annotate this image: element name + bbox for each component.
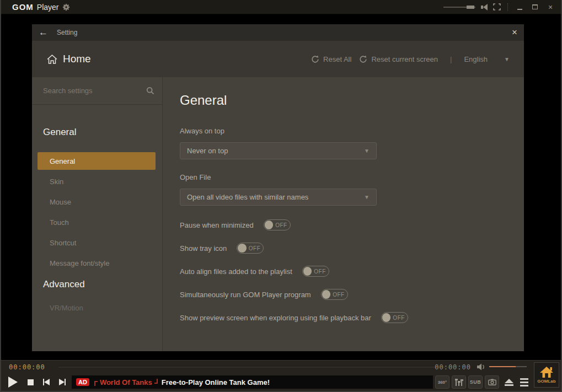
sidebar-item-skin[interactable]: Skin — [32, 171, 162, 192]
back-arrow-icon[interactable]: ← — [39, 27, 48, 38]
pause-when-minimized-row: Pause when minimized OFF — [180, 219, 524, 230]
equalizer-icon — [456, 378, 462, 386]
eject-button[interactable] — [505, 379, 513, 386]
header-divider: | — [450, 55, 452, 63]
360-mode-button[interactable]: 360° — [435, 375, 449, 389]
settings-close-icon[interactable]: × — [512, 27, 517, 38]
elapsed-time: 00:00:00 — [9, 363, 45, 371]
sidebar-item-shortcut[interactable]: Shortcut — [32, 233, 162, 253]
maximize-button[interactable] — [530, 3, 540, 12]
simultaneously-run-toggle[interactable]: OFF — [321, 289, 348, 300]
ad-text: Free-to-Play Online Tank Game! — [162, 378, 270, 386]
reset-icon — [311, 55, 319, 63]
camera-icon — [488, 379, 496, 385]
show-tray-icon-toggle[interactable]: OFF — [237, 243, 264, 254]
gear-icon[interactable] — [62, 3, 70, 11]
ad-badge: AD — [76, 378, 89, 386]
gom-player-window: GOM Player × — [0, 0, 562, 392]
equalizer-button[interactable] — [452, 375, 466, 389]
bracket-close-icon — [154, 379, 158, 384]
play-button[interactable] — [8, 377, 18, 388]
titlebar-slider-handle[interactable] — [467, 6, 474, 9]
video-area: ← Setting × Home — [1, 15, 561, 361]
reset-current-screen-button[interactable]: Reset current screen — [359, 55, 438, 63]
subtitle-button[interactable]: SUB — [468, 375, 483, 389]
search-row — [32, 77, 162, 105]
minimize-button[interactable] — [515, 3, 524, 12]
snapshot-button[interactable] — [485, 375, 499, 389]
sidebar-item-message-font-style[interactable]: Message font/style — [32, 253, 162, 273]
app-titlebar: GOM Player × — [1, 0, 561, 14]
next-button[interactable] — [59, 379, 66, 385]
seek-bar[interactable] — [58, 366, 450, 367]
pause-when-minimized-toggle[interactable]: OFF — [264, 219, 291, 230]
brand-player-text: Player — [37, 3, 59, 12]
sidebar-item-touch[interactable]: Touch — [32, 212, 162, 233]
search-icon[interactable] — [146, 87, 154, 95]
settings-titlebar: ← Setting × — [32, 24, 524, 41]
reset-all-button[interactable]: Reset All — [311, 55, 351, 63]
sidebar-section-advanced: Advanced — [32, 279, 162, 290]
reset-icon — [359, 55, 367, 63]
menu-button[interactable] — [520, 378, 528, 386]
player-control-bar: 00:00:00 00:00:00 AD — [1, 360, 561, 391]
titlebar-volume-slider[interactable] — [443, 3, 475, 11]
auto-align-playlist-toggle[interactable]: OFF — [302, 266, 329, 277]
gomlab-button[interactable]: GOMLab — [534, 362, 559, 388]
volume-speaker-icon[interactable] — [477, 363, 486, 370]
speaker-icon[interactable] — [481, 4, 488, 10]
auto-align-playlist-row: Auto align files added to the playlist O… — [180, 266, 524, 277]
home-icon — [46, 54, 58, 65]
settings-title: Setting — [57, 29, 77, 36]
sidebar-item-mouse[interactable]: Mouse — [32, 192, 162, 212]
stop-button[interactable] — [28, 379, 34, 385]
close-button[interactable]: × — [545, 3, 555, 12]
volume-slider[interactable] — [489, 366, 527, 367]
bracket-open-icon — [94, 381, 98, 386]
chevron-down-icon: ▼ — [364, 194, 370, 200]
ad-title: World Of Tanks — [94, 378, 158, 386]
volume-fill — [489, 366, 516, 367]
sidebar-section-general: General — [32, 127, 162, 138]
chevron-down-icon: ▼ — [504, 56, 510, 62]
home-label: Home — [63, 53, 91, 65]
show-tray-icon-row: Show tray icon OFF — [180, 243, 524, 254]
search-input[interactable] — [43, 87, 146, 95]
open-file-dropdown[interactable]: Open all video files with similar names … — [180, 189, 377, 206]
open-file-label: Open File — [180, 173, 524, 181]
settings-header: Home Reset All Reset current screen — [32, 41, 524, 77]
sidebar-item-vr-motion[interactable]: VR/Motion — [32, 298, 162, 318]
show-preview-screen-row: Show preview screen when exploring using… — [180, 312, 524, 323]
show-preview-screen-toggle[interactable]: OFF — [381, 312, 408, 323]
home-breadcrumb[interactable]: Home — [46, 53, 91, 65]
fullscreen-icon[interactable] — [493, 3, 501, 10]
settings-sidebar: General General Skin Mouse Touch Shortcu… — [32, 77, 163, 351]
settings-content: General Always on top Never on top ▼ Ope… — [163, 77, 524, 351]
app-logo: GOM Player — [12, 2, 70, 12]
settings-dialog: ← Setting × Home — [32, 24, 524, 351]
language-select[interactable]: English ▼ — [464, 55, 510, 63]
always-on-top-dropdown[interactable]: Never on top ▼ — [180, 142, 377, 159]
total-time: 00:00:00 — [435, 363, 471, 371]
gomlab-house-icon — [539, 366, 554, 378]
chevron-down-icon: ▼ — [364, 148, 370, 154]
titlebar-divider — [507, 3, 508, 11]
always-on-top-label: Always on top — [180, 127, 524, 135]
page-title: General — [180, 93, 524, 108]
previous-button[interactable] — [43, 379, 50, 385]
ad-banner[interactable]: AD World Of Tanks Free-to-Play Online Ta… — [72, 375, 433, 389]
simultaneously-run-row: Simultaneously run GOM Player program OF… — [180, 289, 524, 300]
brand-gom-text: GOM — [12, 2, 34, 12]
sidebar-item-general[interactable]: General — [38, 152, 156, 170]
